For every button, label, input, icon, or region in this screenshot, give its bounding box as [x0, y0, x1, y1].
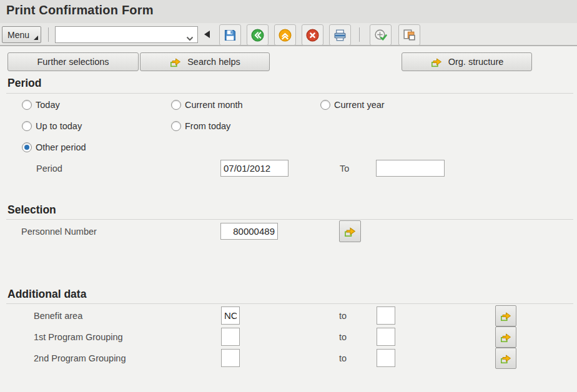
multiple-selection-icon: [500, 331, 512, 343]
title-bar: Print Confirmation Form: [0, 0, 577, 23]
radio-label: Up to today: [36, 121, 82, 131]
radio-current-year[interactable]: [320, 100, 330, 110]
search-helps-button[interactable]: Search helps: [140, 52, 270, 71]
radio-label: Current year: [334, 100, 385, 110]
period-section-header: Period: [7, 77, 41, 90]
first-program-grouping-from-input[interactable]: [221, 328, 240, 346]
copy-window-button[interactable]: [398, 24, 420, 46]
radio-from-today[interactable]: [171, 121, 181, 131]
page-title: Print Confirmation Form: [6, 3, 154, 17]
second-program-grouping-label: 2nd Program Grouping: [34, 353, 126, 363]
copy-window-icon: [402, 28, 417, 42]
menu-corner-triangle-icon: [34, 36, 38, 40]
radio-label: From today: [185, 121, 230, 131]
radio-row-other-period: Other period: [22, 142, 86, 152]
toolbar-separator: [48, 27, 49, 42]
radio-row-today: Today: [22, 100, 60, 110]
period-field-label: Period: [36, 164, 62, 174]
radio-current-month[interactable]: [171, 100, 181, 110]
multiple-selection-icon: [169, 56, 182, 68]
status-check-icon: [373, 28, 388, 42]
radio-label: Today: [36, 100, 60, 110]
benefit-area-to-input[interactable]: [377, 306, 395, 325]
multiple-selection-icon: [430, 56, 443, 68]
second-program-grouping-to-label: to: [339, 353, 347, 363]
first-program-grouping-to-input[interactable]: [377, 328, 395, 346]
exit-icon: [278, 28, 292, 42]
menu-button[interactable]: Menu: [2, 26, 41, 43]
benefit-area-to-label: to: [339, 311, 347, 321]
multiple-selection-icon: [500, 352, 512, 365]
section-divider: [6, 93, 573, 94]
personnel-number-multiple-selection-button[interactable]: [339, 220, 361, 242]
radio-up-to-today[interactable]: [22, 121, 32, 131]
radio-row-from-today: From today: [171, 121, 230, 131]
back-icon: [250, 28, 265, 42]
toolbar: Menu: [0, 23, 577, 46]
multiple-selection-icon: [343, 225, 357, 238]
second-program-grouping-from-input[interactable]: [221, 349, 240, 367]
org-structure-label: Org. structure: [448, 57, 504, 67]
save-button[interactable]: [219, 24, 241, 46]
additional-data-section-header: Additional data: [7, 288, 86, 301]
cancel-icon: [305, 28, 320, 42]
print-button[interactable]: [329, 24, 351, 46]
search-helps-label: Search helps: [187, 57, 240, 67]
chevron-down-icon[interactable]: [186, 32, 194, 44]
radio-label: Other period: [36, 142, 86, 152]
cancel-button[interactable]: [302, 24, 323, 46]
further-selections-button[interactable]: Further selections: [7, 52, 139, 71]
section-divider: [6, 219, 573, 220]
multiple-selection-icon: [500, 310, 512, 322]
second-program-grouping-multiple-selection-button[interactable]: [495, 348, 516, 369]
personnel-number-input[interactable]: [220, 223, 278, 240]
radio-row-current-month: Current month: [171, 100, 243, 110]
command-input[interactable]: [56, 27, 183, 42]
first-program-grouping-to-label: to: [339, 332, 347, 342]
command-field: [55, 26, 198, 43]
toolbar-separator: [359, 27, 360, 42]
first-program-grouping-multiple-selection-button[interactable]: [495, 326, 516, 348]
radio-label: Current month: [185, 100, 243, 110]
benefit-area-multiple-selection-button[interactable]: [495, 305, 516, 326]
benefit-area-from-input[interactable]: [221, 306, 240, 325]
save-icon: [223, 28, 237, 42]
selection-section-header: Selection: [7, 203, 56, 217]
radio-row-up-to-today: Up to today: [22, 121, 82, 131]
period-from-input[interactable]: [220, 160, 288, 177]
radio-other-period[interactable]: [22, 142, 32, 152]
benefit-area-label: Benefit area: [34, 311, 82, 321]
menu-button-label: Menu: [7, 30, 29, 40]
further-selections-label: Further selections: [37, 57, 109, 67]
period-to-input[interactable]: [376, 160, 445, 177]
first-program-grouping-label: 1st Program Grouping: [34, 332, 123, 342]
section-divider: [6, 303, 573, 304]
back-button[interactable]: [247, 24, 269, 46]
period-to-label: To: [340, 164, 349, 174]
exit-button[interactable]: [274, 24, 296, 46]
print-icon: [333, 28, 347, 42]
second-program-grouping-to-input[interactable]: [377, 349, 395, 367]
collapse-toolbar-icon[interactable]: [204, 31, 210, 38]
org-structure-button[interactable]: Org. structure: [402, 52, 532, 71]
radio-today[interactable]: [22, 100, 32, 110]
personnel-number-label: Personnel Number: [21, 227, 97, 237]
status-check-button[interactable]: [370, 24, 392, 46]
radio-row-current-year: Current year: [320, 100, 385, 110]
sap-window: Print Confirmation Form Menu: [0, 0, 577, 392]
